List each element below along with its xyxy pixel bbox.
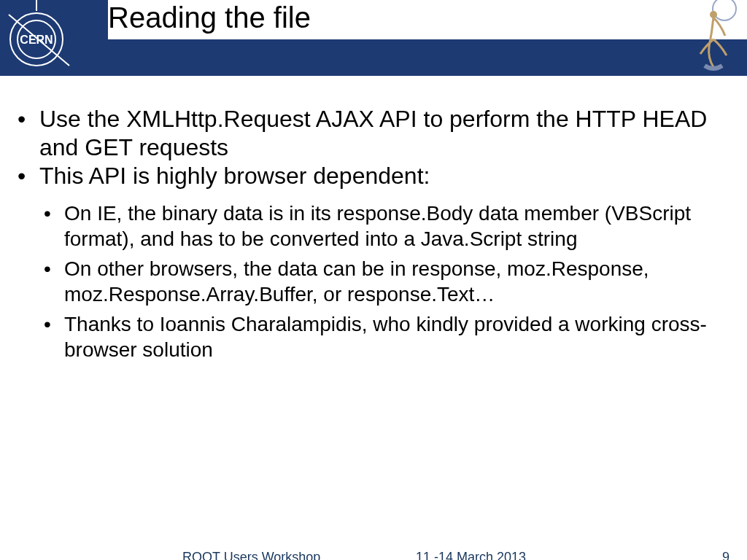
footer-event: ROOT Users Workshop [182, 550, 320, 560]
bullet-level1: This API is highly browser dependent: [13, 162, 734, 190]
svg-text:CERN: CERN [20, 34, 53, 46]
slide-header: CERN Reading the file [0, 0, 747, 76]
bullet-level2: On IE, the binary data is in its respons… [13, 201, 734, 252]
svg-point-7 [710, 11, 717, 18]
bullet-level1: Use the XMLHttp.Request AJAX API to perf… [13, 105, 734, 162]
slide-content: Use the XMLHttp.Request AJAX API to perf… [0, 76, 747, 362]
bullet-level2: On other browsers, the data can be in re… [13, 256, 734, 307]
svg-point-6 [713, 0, 736, 20]
cern-logo: CERN [0, 0, 73, 76]
decorative-figure-icon [684, 0, 743, 76]
slide-title: Reading the file [108, 0, 747, 39]
footer-page-number: 9 [722, 550, 729, 560]
footer-date: 11 -14 March 2013 [416, 550, 526, 560]
bullet-level2: Thanks to Ioannis Charalampidis, who kin… [13, 311, 734, 362]
